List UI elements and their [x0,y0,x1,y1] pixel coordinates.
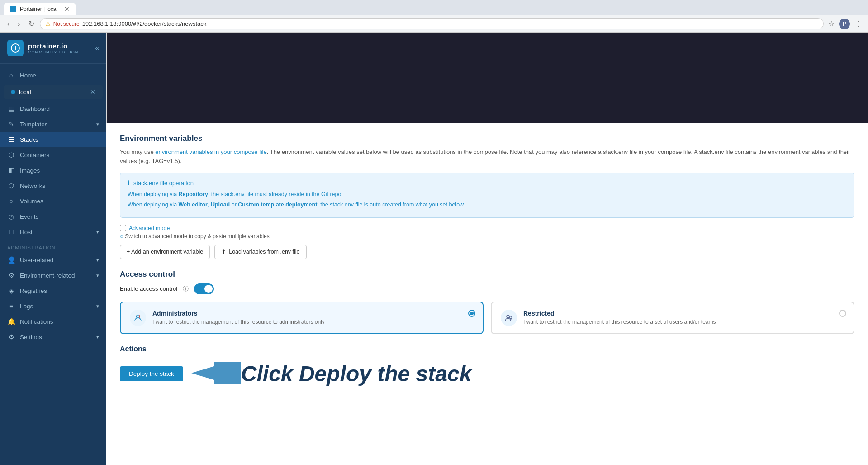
reload-button[interactable]: ↻ [26,19,37,29]
sidebar-item-networks[interactable]: ⬡ Networks [0,178,106,193]
logs-arrow-icon: ▾ [96,303,99,309]
sidebar-item-events[interactable]: ◷ Events [0,209,106,224]
env-variables-link[interactable]: environment variables in your compose fi… [155,149,266,155]
info-box-header: ℹ stack.env file operation [128,179,847,187]
menu-button[interactable]: ⋮ [853,19,863,29]
settings-arrow-icon: ▾ [96,334,99,340]
info-circle-icon: ℹ [128,179,130,187]
advanced-mode-row: Advanced mode [120,225,854,231]
repository-link[interactable]: Repository [179,191,208,197]
sidebar-item-notifications[interactable]: 🔔 Notifications [0,314,106,329]
registries-label: Registries [20,288,47,294]
code-editor-placeholder[interactable] [106,33,868,123]
sidebar-item-dashboard[interactable]: ▦ Dashboard [0,101,106,116]
sidebar-item-environment-related[interactable]: ⚙ Environment-related ▾ [0,268,106,283]
custom-template-link[interactable]: Custom template deployment [238,201,317,208]
env-variables-title: Environment variables [120,134,854,143]
address-bar[interactable]: ⚠ Not secure 192.168.1.18:9000/#!/2/dock… [40,18,824,29]
help-circle-icon: ○ [120,233,123,240]
user-related-arrow-icon: ▾ [96,257,99,263]
main-content: Environment variables You may use enviro… [106,33,868,465]
administrators-card-desc: I want to restrict the management of thi… [152,319,474,325]
access-control-help-icon[interactable]: ⓘ [183,285,189,293]
administrators-card[interactable]: Administrators I want to restrict the ma… [120,302,484,334]
app-container: portainer.io COMMUNITY EDITION « ⌂ Home … [0,33,868,465]
lock-icon: ⚠ [46,21,51,27]
images-icon: ◧ [7,167,15,174]
restricted-card-desc: I want to restrict the management of thi… [523,319,844,325]
bookmark-button[interactable]: ☆ [826,19,836,29]
advanced-mode-help-text: Switch to advanced mode to copy & paste … [125,233,270,240]
events-label: Events [20,213,38,220]
administrators-card-title: Administrators [152,310,474,317]
logs-icon: ≡ [7,302,15,310]
add-env-variable-button[interactable]: + Add an environment variable [120,245,210,259]
browser-toolbar: ‹ › ↻ ⚠ Not secure 192.168.1.18:9000/#!/… [0,15,868,33]
logo-name: portainer.io [28,42,78,50]
tab-close-button[interactable]: ✕ [64,5,70,13]
images-label: Images [20,167,40,174]
sidebar-env-local[interactable]: local ✕ [4,85,103,99]
browser-tab-active[interactable]: Portainer | local ✕ [4,3,76,15]
restricted-card[interactable]: Restricted I want to restrict the manage… [491,302,854,334]
restricted-radio[interactable] [839,310,846,317]
sidebar-item-settings[interactable]: ⚙ Settings ▾ [0,329,106,345]
user-related-label: User-related [20,257,53,264]
restricted-card-icon [501,310,517,326]
load-env-file-button[interactable]: ⬆ Load variables from .env file [214,245,306,259]
info-line-1: When deploying via Repository, the stack… [128,190,847,199]
back-button[interactable]: ‹ [5,19,12,29]
sidebar-logo: portainer.io COMMUNITY EDITION « [0,33,106,64]
networks-label: Networks [20,182,45,189]
notifications-icon: 🔔 [7,318,15,325]
stackenv-info-box: ℹ stack.env file operation When deployin… [120,173,854,218]
administrators-card-content: Administrators I want to restrict the ma… [152,310,474,325]
sidebar-item-volumes[interactable]: ○ Volumes [0,193,106,209]
advanced-mode-checkbox[interactable] [120,225,126,231]
env-close-button[interactable]: ✕ [90,88,95,96]
events-icon: ◷ [7,213,15,220]
upload-icon: ⬆ [221,249,226,255]
radio-checkmark-icon: ✓ [469,310,474,317]
env-variables-desc: You may use environment variables in you… [120,148,854,165]
not-secure-label: Not secure [53,21,80,27]
notifications-label: Notifications [20,318,53,325]
sidebar-item-logs[interactable]: ≡ Logs ▾ [0,298,106,314]
advanced-mode-label[interactable]: Advanced mode [129,225,170,231]
sidebar-item-host[interactable]: □ Host ▾ [0,224,106,240]
deploy-action-row: Deploy the stack Click Deploy the stack [120,360,854,388]
actions-section: Actions Deploy the stack Click Deploy th… [120,345,854,388]
environment-related-icon: ⚙ [7,272,15,279]
sidebar-item-user-related[interactable]: 👤 User-related ▾ [0,252,106,268]
registries-icon: ◈ [7,287,15,294]
web-editor-link[interactable]: Web editor [179,201,208,208]
deploy-stack-button[interactable]: Deploy the stack [120,366,183,381]
click-annotation-text: Click Deploy the stack [241,361,472,386]
logo-sub: COMMUNITY EDITION [28,50,78,54]
enable-access-control-row: Enable access control ⓘ [120,283,854,294]
forward-button[interactable]: › [15,19,23,29]
home-icon: ⌂ [7,72,15,79]
networks-icon: ⬡ [7,182,15,189]
administrators-card-icon [130,310,146,326]
sidebar-item-templates[interactable]: ✎ Templates ▾ [0,116,106,132]
containers-icon: ⬡ [7,151,15,158]
env-name-label: local [19,89,31,96]
sidebar-item-containers[interactable]: ⬡ Containers [0,147,106,163]
administrators-radio[interactable]: ✓ [468,310,475,317]
sidebar-collapse-button[interactable]: « [95,44,99,52]
sidebar-item-stacks[interactable]: ☰ Stacks [0,132,106,147]
sidebar-item-home[interactable]: ⌂ Home [0,67,106,83]
sidebar: portainer.io COMMUNITY EDITION « ⌂ Home … [0,33,106,465]
enable-access-control-toggle[interactable] [194,283,214,294]
access-cards-container: Administrators I want to restrict the ma… [120,302,854,334]
host-arrow-icon: ▾ [96,229,99,235]
dashboard-icon: ▦ [7,105,15,112]
sidebar-item-registries[interactable]: ◈ Registries [0,283,106,298]
profile-button[interactable]: P [839,19,850,29]
enable-access-control-label: Enable access control [120,285,177,292]
restricted-card-title: Restricted [523,310,844,317]
upload-link[interactable]: Upload [211,201,230,208]
content-area: Environment variables You may use enviro… [106,134,868,465]
sidebar-item-images[interactable]: ◧ Images [0,163,106,178]
